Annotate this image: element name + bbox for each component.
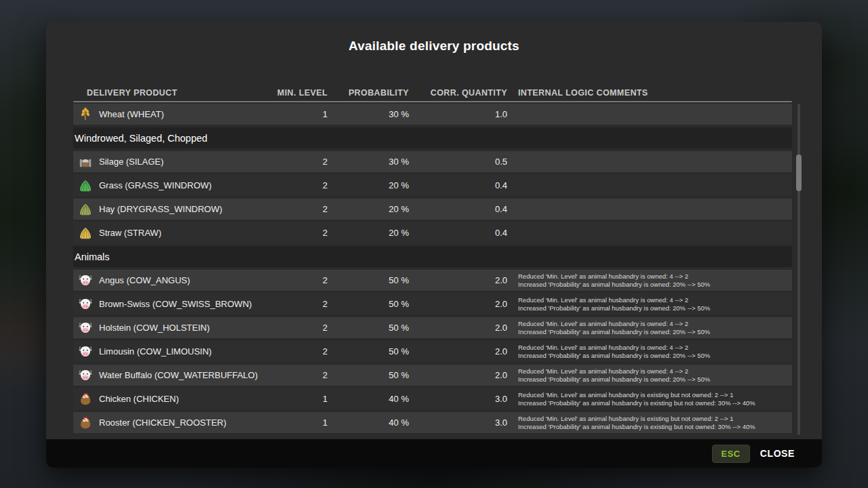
probability-value: 30 % [328,109,409,119]
internal-logic-comments: Reduced 'Min. Level' as animal husbandry… [507,320,792,336]
table-section-header: Animals [73,246,792,267]
internal-logic-comments: Reduced 'Min. Level' as animal husbandry… [507,344,792,359]
internal-logic-comments: Reduced 'Min. Level' as animal husbandry… [507,391,792,407]
table-row[interactable]: Chicken (CHICKEN)140 %3.0Reduced 'Min. L… [73,388,792,409]
product-name: Brown-Swiss (COW_SWISS_BROWN) [99,299,252,309]
esc-key-hint[interactable]: ESC [712,445,750,463]
table-row[interactable]: Angus (COW_ANGUS)250 %2.0Reduced 'Min. L… [73,270,792,291]
corr-quantity-value: 0.4 [409,180,507,190]
probability-value: 50 % [328,370,409,380]
corr-quantity-value: 2.0 [409,275,507,285]
product-name: Silage (SILAGE) [99,157,163,167]
internal-logic-comments: Reduced 'Min. Level' as animal husbandry… [507,415,792,430]
table-row[interactable]: Holstein (COW_HOLSTEIN)250 %2.0Reduced '… [73,317,792,338]
probability-value: 40 % [328,418,409,428]
min-level-value: 2 [277,323,328,333]
min-level-value: 2 [277,157,328,167]
section-label: Windrowed, Silaged, Chopped [75,133,208,144]
comment-line: Increased 'Probability' as animal husban… [518,328,792,336]
product-name: Grass (GRASS_WINDROW) [99,180,212,190]
column-header-delivery-product: DELIVERY PRODUCT [73,88,277,98]
product-name: Water Buffalo (COW_WATERBUFFALO) [99,370,258,380]
cow-icon [78,368,93,383]
scrollbar-thumb[interactable] [796,155,802,191]
product-name: Chicken (CHICKEN) [99,394,179,404]
product-name: Limousin (COW_LIMOUSIN) [99,346,212,357]
chicken-icon [78,392,93,407]
product-name: Hay (DRYGRASS_WINDROW) [99,204,222,214]
comment-line: Reduced 'Min. Level' as animal husbandry… [518,320,792,328]
comment-line: Increased 'Probability' as animal husban… [518,352,792,360]
probability-value: 50 % [328,346,409,357]
scrollbar-track[interactable] [797,104,800,435]
table-row[interactable]: Water Buffalo (COW_WATERBUFFALO)250 %2.0… [73,365,792,386]
product-name: Holstein (COW_HOLSTEIN) [99,323,210,333]
cow-icon [78,297,93,312]
silage-icon [78,155,93,169]
cow-icon [78,321,93,336]
corr-quantity-value: 1.0 [409,109,507,119]
table-row[interactable]: Brown-Swiss (COW_SWISS_BROWN)250 %2.0Red… [73,293,792,314]
comment-line: Reduced 'Min. Level' as animal husbandry… [518,367,792,375]
header-divider [73,101,792,102]
dialog-title: Available delivery products [46,39,822,54]
comment-line: Increased 'Probability' as animal husban… [518,375,792,384]
delivery-products-dialog: Available delivery products DELIVERY PRO… [46,22,822,468]
comment-line: Increased 'Probability' as animal husban… [518,423,792,431]
internal-logic-comments: Reduced 'Min. Level' as animal husbandry… [507,296,792,312]
internal-logic-comments: Reduced 'Min. Level' as animal husbandry… [507,272,792,288]
probability-value: 50 % [328,323,409,333]
product-name: Angus (COW_ANGUS) [99,275,190,285]
dialog-footer: ESC CLOSE [46,439,822,468]
comment-line: Reduced 'Min. Level' as animal husbandry… [518,415,792,423]
close-button[interactable]: CLOSE [760,448,795,459]
corr-quantity-value: 3.0 [409,418,507,428]
column-header-corr-quantity: CORR. QUANTITY [409,88,507,98]
corr-quantity-value: 2.0 [409,346,507,357]
corr-quantity-value: 2.0 [409,370,507,380]
column-header-internal-logic-comments: INTERNAL LOGIC COMMENTS [507,88,792,98]
table-header-row: DELIVERY PRODUCT MIN. LEVEL PROBABILITY … [73,85,792,100]
hay-icon [78,202,93,217]
comment-line: Reduced 'Min. Level' as animal husbandry… [518,344,792,352]
min-level-value: 1 [277,418,328,428]
product-name: Straw (STRAW) [99,228,161,238]
wheat-icon [78,107,93,122]
corr-quantity-value: 0.5 [409,157,507,167]
table-section-header: Windrowed, Silaged, Chopped [73,127,792,148]
probability-value: 40 % [328,394,409,404]
table-row[interactable]: Limousin (COW_LIMOUSIN)250 %2.0Reduced '… [73,341,792,362]
min-level-value: 2 [277,370,328,380]
probability-value: 50 % [328,275,409,285]
corr-quantity-value: 0.4 [409,228,507,238]
probability-value: 20 % [328,180,409,190]
probability-value: 30 % [328,157,409,167]
product-table: Wheat (WHEAT)130 %1.0Windrowed, Silaged,… [73,104,792,435]
cow-icon [78,344,93,359]
column-header-min-level: MIN. LEVEL [277,88,328,98]
corr-quantity-value: 2.0 [409,299,507,309]
table-row[interactable]: Straw (STRAW)220 %0.4 [73,222,792,243]
probability-value: 20 % [328,204,409,214]
probability-value: 50 % [328,299,409,309]
table-row[interactable]: Wheat (WHEAT)130 %1.0 [73,104,792,125]
min-level-value: 1 [277,394,328,404]
min-level-value: 2 [277,204,328,214]
min-level-value: 2 [277,346,328,357]
comment-line: Increased 'Probability' as animal husban… [518,399,792,407]
corr-quantity-value: 3.0 [409,394,507,404]
min-level-value: 2 [277,275,328,285]
table-row[interactable]: Hay (DRYGRASS_WINDROW)220 %0.4 [73,199,792,220]
grass-icon [78,178,93,193]
chicken-icon [78,415,93,430]
table-row[interactable]: Rooster (CHICKEN_ROOSTER)140 %3.0Reduced… [73,412,792,433]
corr-quantity-value: 0.4 [409,204,507,214]
product-name: Wheat (WHEAT) [99,109,164,119]
comment-line: Reduced 'Min. Level' as animal husbandry… [518,296,792,304]
column-header-probability: PROBABILITY [328,88,409,98]
table-row[interactable]: Grass (GRASS_WINDROW)220 %0.4 [73,175,792,196]
comment-line: Reduced 'Min. Level' as animal husbandry… [518,391,792,399]
table-row[interactable]: Silage (SILAGE)230 %0.5 [73,151,792,172]
min-level-value: 2 [277,180,328,190]
comment-line: Reduced 'Min. Level' as animal husbandry… [518,272,792,281]
